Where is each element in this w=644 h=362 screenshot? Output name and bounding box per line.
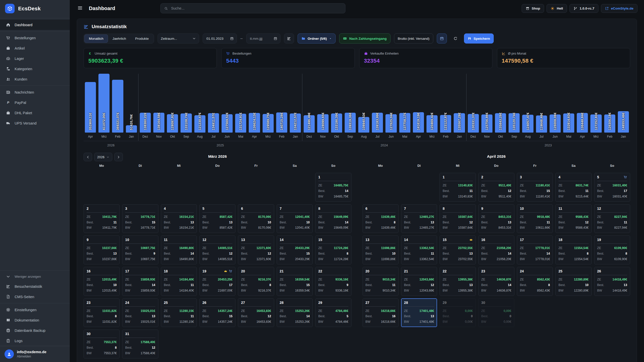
date-from-input[interactable] — [206, 36, 228, 41]
day-cell-april-2026-29[interactable]: 29ZE0,00€Best.0BW0,00€ — [440, 298, 476, 327]
sidebar-item-dhl-paket[interactable]: DHL Paket — [0, 108, 70, 118]
day-cell-april-2026-26[interactable]: 26ZE14418,49€Best.13BW14418,49€ — [594, 267, 630, 296]
day-cell-april-2026-23[interactable]: 23ZE14636,87€Best.14BW14636,87€ — [478, 267, 514, 296]
sidebar-item-ups-versand[interactable]: UPS Versand — [0, 118, 70, 128]
day-cell-m-rz-2026-3[interactable]: 3ZE16778,71€Best.15BW16778,71€ — [122, 204, 158, 233]
day-cell-april-2026-18[interactable]: 18ZE11554,54€Best.8BW11554,54€ — [555, 235, 591, 264]
day-cell-april-2026-1[interactable]: 1ZE13140,83€Best.11BW13140,83€ — [440, 173, 476, 202]
brutto-mode-button[interactable]: Brutto (inkl. Versand) — [394, 33, 433, 44]
sidebar-item-artikel[interactable]: Artikel — [0, 43, 70, 53]
sidebar-item-einstellungen[interactable]: Einstellungen — [0, 305, 70, 315]
folder-filter-button[interactable]: Ordner (5/6) — [298, 33, 336, 44]
day-cell-m-rz-2026-14[interactable]: 14ZE20433,29€Best.15BW20433,29€ — [277, 235, 313, 264]
day-cell-m-rz-2026-16[interactable]: 16ZE12015,49€Best.10BW12015,49€ — [84, 267, 120, 296]
day-cell-m-rz-2026-11[interactable]: 11ZE16490,80€Best.14BW16490,80€ — [161, 235, 197, 264]
day-cell-april-2026-3[interactable]: 3ZE11180,41€Best.15BW11180,41€ — [517, 173, 553, 202]
day-cell-april-2026-4[interactable]: 4ZE8631,74€Best.11BW9215,44€ — [555, 173, 591, 202]
hell-button[interactable]: Hell — [547, 4, 567, 13]
sidebar-item-kunden[interactable]: Kunden — [0, 74, 70, 84]
day-cell-m-rz-2026-28[interactable]: 28ZE15253,26€Best.14BW15253,26€ — [277, 298, 313, 327]
day-cell-m-rz-2026-26[interactable]: 26ZE14357,24€Best.15BW14357,24€ — [199, 298, 235, 327]
day-cell-m-rz-2026-12[interactable]: 12ZE14085,51€Best.12BW14085,51€ — [199, 235, 235, 264]
sidebar-item-paypal[interactable]: PPayPal — [0, 97, 70, 108]
day-cell-m-rz-2026-23[interactable]: 23ZE11031,82€Best.8BW11031,82€ — [84, 298, 120, 327]
day-cell-april-2026-20[interactable]: 20ZE9010,34€Best.11BW9010,34€ — [363, 267, 399, 296]
day-cell-april-2026-14[interactable]: 14ZE13362,54€Best.11BW13362,54€ — [401, 235, 437, 264]
sidebar-item-logs[interactable]: Logs — [0, 336, 70, 346]
avatar[interactable] — [5, 349, 14, 359]
sidebar-item-bestellungen[interactable]: Bestellungen — [0, 33, 70, 43]
day-cell-april-2026-9[interactable]: 9ZE8453,31€Best.13BW8453,31€ — [478, 204, 514, 233]
save-button[interactable]: Speichern — [464, 33, 494, 44]
day-cell-april-2026-13[interactable]: 13ZE11698,86€Best.10BW11698,86€ — [363, 235, 399, 264]
day-cell-april-2026-24[interactable]: 24ZE8562,43€Best.8BW8562,43€ — [517, 267, 553, 296]
day-cell-m-rz-2026-31[interactable]: 31ZE17588,40€Best.12BW17588,40€ — [122, 330, 158, 358]
search-input[interactable] — [170, 6, 342, 11]
sidebar-item-datenbank-backup[interactable]: Datenbank Backup — [0, 325, 70, 336]
day-cell-m-rz-2026-20[interactable]: 20ZE9216,37€Best.8BW9216,37€ — [238, 267, 274, 296]
day-cell-m-rz-2026-22[interactable]: 22ZE9336,16€Best.9BW9336,16€ — [315, 267, 351, 296]
day-cell-m-rz-2026-24[interactable]: 24ZE15025,01€Best.13BW15025,01€ — [122, 298, 158, 327]
next-month-button[interactable] — [114, 153, 123, 161]
payment-mode-button[interactable]: Nach Zahlungseingang — [339, 33, 390, 44]
sidebar-item-besucherstatistik[interactable]: Besucherstatistik — [0, 281, 70, 292]
day-cell-april-2026-7[interactable]: 7ZE12465,27€Best.13BW12465,27€ — [401, 204, 437, 233]
tab-jaehrlich[interactable]: Jaehrlich — [108, 34, 131, 43]
logout-link[interactable]: Abmelden — [17, 355, 46, 358]
zeitraum-select[interactable]: Zeitraum... — [158, 33, 199, 44]
day-cell-april-2026-22[interactable]: 22ZE13955,38€Best.13BW13955,38€ — [440, 267, 476, 296]
day-cell-april-2026-11[interactable]: 11ZE9588,43€Best.12BW9588,43€ — [555, 204, 591, 233]
day-cell-april-2026-27[interactable]: 27ZE16218,66€Best.16BW16218,66€ — [363, 298, 399, 327]
day-cell-april-2026-28[interactable]: 28ZE17401,48€Best.13BW17401,48€ — [401, 298, 437, 327]
sidebar-item-lager[interactable]: Lager — [0, 53, 70, 64]
sidebar-item-cms-seiten[interactable]: CMS-Seiten — [0, 292, 70, 302]
refresh-button[interactable] — [450, 33, 460, 44]
day-cell-m-rz-2026-27[interactable]: 27ZE16453,83€Best.12BW16453,83€ — [238, 298, 274, 327]
shop-button[interactable]: Shop — [522, 4, 544, 13]
tab-produkte[interactable]: Produkte — [131, 34, 153, 43]
menu-toggle-button[interactable] — [76, 4, 84, 13]
day-cell-april-2026-30[interactable]: 30ZE0,00€Best.0BW0,00€ — [478, 298, 514, 327]
day-cell-m-rz-2026-2[interactable]: 2ZE10411,79€Best.11BW10411,79€ — [84, 204, 120, 233]
year-select[interactable]: 2026 — [94, 153, 112, 161]
day-cell-april-2026-8[interactable]: 8ZE10387,64€Best.12BW10387,64€ — [440, 204, 476, 233]
sidebar-item-kategorien[interactable]: Kategorien — [0, 64, 70, 74]
day-cell-april-2026-15[interactable]: 15ZE23702,55€Best.13BW23702,55€ — [440, 235, 476, 264]
sidebar-item-nachrichten[interactable]: Nachrichten — [0, 87, 70, 97]
date-to-input[interactable] — [249, 36, 271, 41]
calendar-view-button[interactable] — [437, 33, 447, 44]
day-cell-m-rz-2026-25[interactable]: 25ZE11280,15€Best.11BW11280,15€ — [161, 298, 197, 327]
day-cell-april-2026-17[interactable]: 17ZE17778,01€Best.14BW17778,01€ — [517, 235, 553, 264]
day-cell-m-rz-2026-8[interactable]: 8ZE15649,09€Best.14BW15649,09€ — [315, 204, 351, 233]
tab-monatlich[interactable]: Monatlich — [84, 34, 108, 43]
day-cell-m-rz-2026-19[interactable]: 19ZE20453,25€Best.17BW21697,00€ — [199, 267, 235, 296]
day-cell-april-2026-6[interactable]: 6ZE11639,46€Best.8BW11639,46€ — [363, 204, 399, 233]
day-cell-m-rz-2026-1[interactable]: 1ZE16485,75€Best.14BW16485,75€ — [315, 173, 351, 202]
day-cell-april-2026-10[interactable]: 10ZE9918,48€Best.11BW10611,66€ — [517, 204, 553, 233]
day-cell-m-rz-2026-4[interactable]: 4ZE16154,21€Best.13BW16154,21€ — [161, 204, 197, 233]
day-cell-april-2026-25[interactable]: 25ZE12280,89€Best.10BW12280,89€ — [555, 267, 591, 296]
app-logo[interactable]: EcsDesk — [0, 0, 70, 17]
day-cell-m-rz-2026-29[interactable]: 29ZE4784,46€Best.5BW4784,46€ — [315, 298, 351, 327]
day-cell-m-rz-2026-18[interactable]: 18ZE14184,40€Best.11BW14184,40€ — [161, 267, 197, 296]
day-cell-m-rz-2026-5[interactable]: 5ZE8587,42€Best.13BW8587,42€ — [199, 204, 235, 233]
day-cell-m-rz-2026-30[interactable]: 30ZE7553,37€Best.8BW7553,37€ — [84, 330, 120, 358]
day-cell-april-2026-19[interactable]: 19ZE6109,90€Best.8BW6109,90€ — [594, 235, 630, 264]
day-cell-april-2026-21[interactable]: 21ZE12043,66€Best.12BW12043,66€ — [401, 267, 437, 296]
chart-type-button[interactable] — [284, 33, 294, 44]
day-cell-m-rz-2026-13[interactable]: 13ZE12371,60€Best.12BW12371,60€ — [238, 235, 274, 264]
day-cell-april-2026-16[interactable]: 16ZE21058,20€Best.14BW21058,20€ — [478, 235, 514, 264]
sidebar-item-weniger-anzeigen[interactable]: Weniger anzeigen — [0, 272, 70, 281]
sidebar-item-dashboard[interactable]: Dashboard — [0, 20, 70, 30]
day-cell-april-2026-5[interactable]: 5ZE16031,40€Best.17BW16031,40€ — [594, 173, 630, 202]
day-cell-m-rz-2026-7[interactable]: 7ZE12041,40€Best.10BW12041,40€ — [277, 204, 313, 233]
day-cell-m-rz-2026-10[interactable]: 10ZE10697,75€Best.9BW10697,75€ — [122, 235, 158, 264]
day-cell-april-2026-2[interactable]: 2ZE9511,40€Best.12BW9511,40€ — [478, 173, 514, 202]
day-cell-m-rz-2026-15[interactable]: 15ZE11724,28€Best.8BW11724,28€ — [315, 235, 351, 264]
1-0-0-rc-7-button[interactable]: 1.0.0-rc.7 — [569, 4, 598, 13]
day-cell-m-rz-2026-9[interactable]: 9ZE10237,66€Best.13BW10237,66€ — [84, 235, 120, 264]
sidebar-item-dokumentation[interactable]: Dokumentation — [0, 315, 70, 325]
day-cell-m-rz-2026-6[interactable]: 6ZE8170,06€Best.10BW8170,06€ — [238, 204, 274, 233]
day-cell-m-rz-2026-17[interactable]: 17ZE15859,93€Best.14BW15859,93€ — [122, 267, 158, 296]
prev-month-button[interactable] — [84, 153, 92, 161]
